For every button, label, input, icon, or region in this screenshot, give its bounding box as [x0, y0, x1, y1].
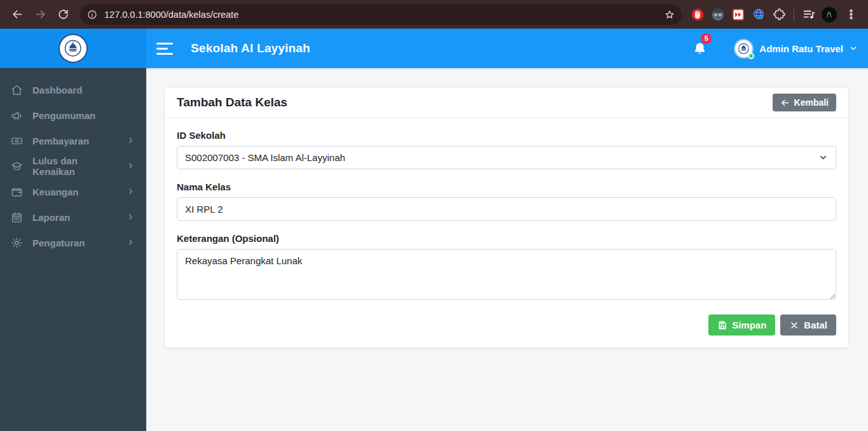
keterangan-textarea[interactable]: Rekayasa Perangkat Lunak [177, 249, 836, 300]
sidebar-item-pengumuman[interactable]: Pengumuman [0, 102, 146, 128]
chevron-right-icon [127, 161, 135, 172]
nama-kelas-group: Nama Kelas [177, 181, 836, 221]
back-icon[interactable] [6, 4, 28, 25]
toolbar-divider [794, 8, 794, 21]
chevron-down-icon [818, 153, 828, 162]
home-icon [11, 84, 23, 96]
back-button[interactable]: Kembali [773, 94, 836, 111]
save-icon [717, 320, 727, 330]
page-title: Tambah Data Kelas [177, 95, 287, 110]
user-menu[interactable]: Admin Ratu Travel [734, 39, 858, 59]
cancel-button[interactable]: Batal [780, 314, 836, 336]
sidebar-item-keuangan[interactable]: Keuangan [0, 179, 146, 204]
app-header: Sekolah Al Layyinah 5 Admin Ratu Travel [0, 29, 868, 68]
chevron-right-icon [127, 136, 135, 146]
user-name: Admin Ratu Travel [759, 43, 843, 54]
arrow-left-icon [780, 98, 790, 108]
save-button-label: Simpan [732, 320, 766, 330]
sidebar-item-label: Keuangan [32, 187, 79, 197]
sidebar-item-pembayaran[interactable]: Pembayaran [0, 128, 146, 153]
calendar-icon [11, 211, 23, 223]
id-sekolah-select[interactable]: S002007003 - SMA Islam Al-Layyinah [177, 146, 836, 169]
sidebar-item-label: Lulus dan Kenaikan [32, 155, 117, 177]
sidebar-item-label: Dashboard [32, 85, 82, 95]
online-status-dot [748, 53, 754, 59]
fastforward-extension-icon[interactable] [729, 5, 748, 24]
card-body: ID Sekolah S002007003 - SMA Islam Al-Lay… [165, 118, 848, 348]
goggles-extension-icon[interactable] [708, 5, 727, 24]
main-content: Tambah Data Kelas Kembali ID Sekolah S00… [146, 68, 868, 431]
chevron-right-icon [127, 187, 135, 197]
chevron-right-icon [127, 237, 135, 248]
browser-profile-avatar[interactable] [820, 5, 839, 24]
close-icon [789, 320, 799, 330]
sidebar-item-laporan[interactable]: Laporan [0, 204, 146, 230]
save-button[interactable]: Simpan [708, 314, 775, 336]
sidebar-toggle-icon[interactable] [156, 39, 174, 58]
nama-kelas-input[interactable] [177, 197, 836, 221]
wallet-icon [11, 186, 23, 198]
url-text: 127.0.0.1:8000/data/kelas/create [104, 10, 661, 20]
extensions-puzzle-icon[interactable] [769, 5, 789, 24]
sidebar-item-label: Pengumuman [32, 110, 95, 121]
sidebar-item-label: Laporan [32, 212, 70, 223]
site-info-icon[interactable] [84, 6, 100, 23]
form-actions: Simpan Batal [177, 314, 836, 336]
user-avatar [734, 39, 754, 59]
browser-menu-icon[interactable] [840, 4, 862, 25]
form-card: Tambah Data Kelas Kembali ID Sekolah S00… [164, 87, 849, 348]
banknote-icon [11, 135, 23, 147]
sidebar-item-lulus-dan-kenaikan[interactable]: Lulus dan Kenaikan [0, 153, 146, 179]
browser-toolbar: 127.0.0.1:8000/data/kelas/create [0, 0, 868, 29]
adblock-extension-icon[interactable] [688, 5, 707, 24]
sidebar-item-pengaturan[interactable]: Pengaturan [0, 230, 146, 255]
notifications-bell-icon[interactable]: 5 [692, 41, 707, 56]
refresh-icon[interactable] [52, 4, 74, 25]
card-header: Tambah Data Kelas Kembali [165, 88, 848, 118]
keterangan-group: Keterangan (Opsional) Rekayasa Perangkat… [177, 233, 836, 302]
nama-kelas-label: Nama Kelas [177, 181, 836, 192]
id-sekolah-label: ID Sekolah [177, 130, 836, 141]
gear-icon [11, 237, 23, 249]
forward-icon[interactable] [29, 4, 51, 25]
chevron-right-icon [127, 212, 135, 223]
address-bar[interactable]: 127.0.0.1:8000/data/kelas/create [80, 4, 682, 25]
bookmark-star-icon[interactable] [661, 6, 678, 23]
sidebar-item-label: Pengaturan [32, 237, 85, 248]
sidebar: Dashboard Pengumuman Pembayaran Lulus da… [0, 68, 146, 431]
notification-count-badge: 5 [701, 33, 712, 44]
cancel-button-label: Batal [804, 320, 827, 330]
app-title: Sekolah Al Layyinah [191, 41, 310, 55]
globe-extension-icon[interactable] [749, 5, 768, 24]
id-sekolah-selected-value: S002007003 - SMA Islam Al-Layyinah [185, 152, 345, 163]
back-button-label: Kembali [794, 97, 829, 108]
school-logo [59, 34, 88, 63]
sidebar-item-dashboard[interactable]: Dashboard [0, 77, 146, 102]
keterangan-label: Keterangan (Opsional) [177, 233, 836, 244]
sidebar-item-label: Pembayaran [32, 136, 89, 146]
playlist-icon[interactable] [799, 5, 818, 24]
graduation-cap-icon [11, 160, 23, 173]
megaphone-icon [11, 110, 23, 122]
brand-area [0, 29, 146, 68]
chevron-down-icon [849, 44, 858, 53]
id-sekolah-group: ID Sekolah S002007003 - SMA Islam Al-Lay… [177, 130, 836, 169]
